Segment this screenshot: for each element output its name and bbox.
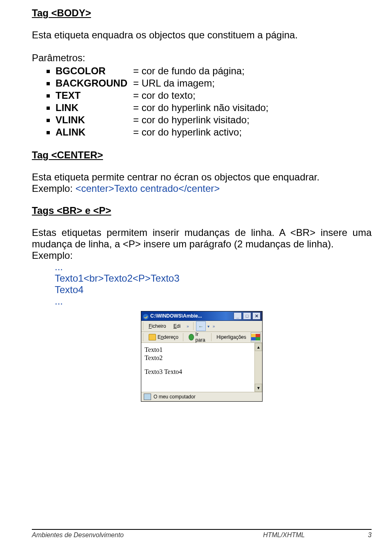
scroll-down-button[interactable]: ▼ (255, 384, 262, 392)
menu-ficheiro[interactable]: Ficheiro (146, 321, 169, 331)
window-titlebar[interactable]: C:\WINDOWS\Ambie... _ □ ✕ (141, 311, 262, 321)
parameters-list: Parâmetros: BGCOLOR = cor de fundo da pá… (32, 52, 372, 138)
footer-page-number: 3 (368, 531, 372, 539)
rendered-line: Texto1 (145, 346, 251, 353)
scroll-up-button[interactable]: ▲ (255, 343, 262, 351)
param-value: = cor do hyperlink activo; (133, 127, 242, 138)
menu-bar: Ficheiro Edi » ▾ » (141, 321, 262, 332)
bullet-icon (47, 114, 56, 126)
rendered-line: Texto3 Texto4 (145, 368, 251, 376)
go-icon (189, 334, 194, 340)
maximize-button[interactable]: □ (243, 312, 251, 320)
separator-icon (143, 333, 143, 341)
param-key: VLINK (56, 114, 133, 126)
browser-viewport: Texto1 Texto2 Texto3 Texto4 ▲ ▼ (141, 343, 262, 392)
menu-overflow-icon[interactable]: » (185, 324, 189, 329)
separator-icon (193, 322, 194, 330)
param-row: LINK = cor do hyperlink não visitado; (47, 102, 372, 113)
section-heading-body: Tag <BODY> (32, 7, 372, 19)
section-heading-br-p: Tags <BR> e <P> (32, 205, 372, 216)
param-key: TEXT (56, 90, 133, 101)
param-key: BGCOLOR (56, 65, 133, 77)
footer-rule (32, 529, 372, 530)
bullet-icon (47, 65, 56, 77)
bullet-icon (47, 78, 56, 89)
window-title-text: C:\WINDOWS\Ambie... (150, 313, 232, 319)
param-value: = cor do hyperlink visitado; (133, 114, 249, 126)
minimize-button[interactable]: _ (234, 312, 242, 320)
ellipsis: ... (55, 261, 372, 273)
ie-icon (143, 314, 149, 320)
vertical-scrollbar[interactable]: ▲ ▼ (254, 343, 262, 392)
page-content: Texto1 Texto2 Texto3 Texto4 (141, 343, 254, 392)
footer-center: HTML/XHTML (200, 531, 368, 539)
center-tag-description: Esta etiqueta permite centrar no écran o… (32, 171, 372, 183)
page-footer: Ambientes de Desenvolvimento HTML/XHTML … (0, 529, 392, 539)
param-row: TEXT = cor do texto; (47, 90, 372, 101)
links-label[interactable]: Hiperligações (214, 332, 249, 342)
param-row: VLINK = cor do hyperlink visitado; (47, 114, 372, 126)
param-value: = cor de fundo da página; (133, 65, 245, 77)
param-row: BACKGROUND = URL da imagem; (47, 78, 372, 89)
windows-flag-icon (251, 334, 260, 340)
ellipsis: ... (55, 296, 372, 307)
parameters-label: Parâmetros: (32, 52, 372, 64)
nav-overflow-icon[interactable]: » (211, 324, 215, 329)
browser-window: C:\WINDOWS\Ambie... _ □ ✕ Ficheiro Edi »… (141, 311, 263, 402)
status-bar: O meu computador (141, 392, 262, 401)
separator-icon (143, 322, 143, 330)
footer-left: Ambientes de Desenvolvimento (32, 531, 200, 539)
example-label: Exemplo: (32, 250, 372, 261)
param-row: BGCOLOR = cor de fundo da página; (47, 65, 372, 77)
bullet-icon (47, 127, 56, 138)
param-value: = cor do hyperlink não visitado; (133, 102, 269, 113)
browser-logo (251, 332, 261, 342)
separator-icon (183, 333, 183, 341)
scroll-track[interactable] (255, 351, 262, 384)
param-key: BACKGROUND (56, 78, 133, 89)
folder-icon (149, 334, 156, 340)
param-key: ALINK (56, 127, 133, 138)
bullet-icon (47, 90, 56, 101)
param-key: LINK (56, 102, 133, 113)
address-label[interactable]: Endereço (146, 332, 181, 342)
computer-icon (144, 393, 151, 400)
code-line: Texto4 (55, 284, 372, 296)
example-code: <center>Texto centrado</center> (76, 183, 220, 194)
body-tag-description: Esta etiqueta enquadra os objectos que c… (32, 29, 372, 41)
back-button[interactable] (196, 321, 206, 331)
close-button[interactable]: ✕ (252, 312, 261, 320)
param-value: = cor do texto; (133, 90, 196, 101)
br-p-description: Estas etiquetas permitem inserir mudança… (32, 227, 372, 250)
address-bar: Endereço Ir para Hiperligações (141, 332, 262, 343)
go-button[interactable]: Ir para (186, 332, 209, 342)
menu-edi[interactable]: Edi (171, 321, 183, 331)
section-heading-center: Tag <CENTER> (32, 149, 372, 161)
center-example: Exemplo: <center>Texto centrado</center> (32, 183, 372, 194)
code-line: Texto1<br>Texto2<P>Texto3 (55, 273, 372, 284)
separator-icon (211, 333, 212, 341)
param-row: ALINK = cor do hyperlink activo; (47, 127, 372, 138)
example-label: Exemplo: (32, 183, 76, 194)
param-value: = URL da imagem; (133, 78, 215, 89)
bullet-icon (47, 102, 56, 113)
status-text: O meu computador (154, 394, 196, 400)
rendered-line: Texto2 (145, 354, 251, 362)
